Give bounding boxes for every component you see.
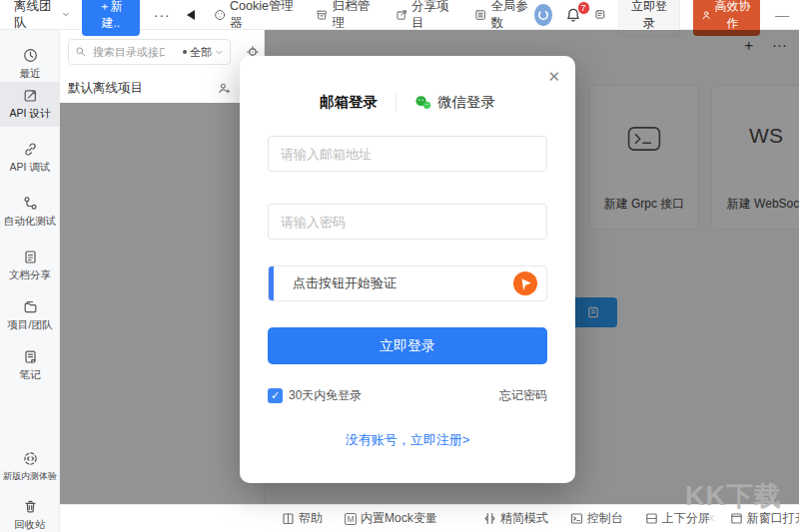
tab-email-login[interactable]: 邮箱登录 (320, 93, 378, 112)
cookie-icon (214, 8, 226, 22)
team-switcher[interactable]: 离线团队 (14, 0, 70, 32)
register-link[interactable]: 没有账号，立即注册> (240, 431, 575, 449)
sidebar-item-label: 新版内测体验 (3, 470, 57, 483)
sidebar-item-api-design[interactable]: API 设计 (0, 82, 60, 127)
modal-backdrop[interactable] (60, 103, 265, 504)
sidebar-item-label: 回收站 (14, 518, 46, 532)
split-screen-button[interactable]: 上下分屏 (645, 510, 710, 527)
remember-checkbox[interactable]: ✓ (268, 388, 283, 403)
filter-dropdown[interactable]: 全部 (183, 45, 224, 60)
tab-divider (396, 92, 397, 112)
sync-icon (536, 8, 550, 22)
params-icon (474, 8, 486, 22)
statusbar-label: 上下分屏 (662, 510, 710, 527)
captcha-verify-icon[interactable] (512, 270, 538, 296)
minimize-icon[interactable]: — (775, 7, 789, 23)
statusbar-label: 控制台 (587, 510, 623, 527)
notifications-button[interactable]: 7 (565, 7, 581, 23)
filter-label: 全部 (190, 45, 212, 60)
statusbar-label: 帮助 (299, 510, 323, 527)
avatar[interactable] (534, 4, 551, 26)
top-toolbar: 离线团队 ＋新建.. ··· Cookie管理器 归档管理 (0, 0, 799, 30)
compact-mode-button[interactable]: 精简模式 (483, 510, 548, 527)
notification-badge: 7 (577, 1, 590, 15)
share-icon (396, 8, 407, 22)
new-window-button[interactable]: 新窗口打开 (730, 510, 799, 527)
console-button[interactable]: 控制台 (570, 510, 623, 527)
global-params-button[interactable]: 全局参数 (474, 0, 534, 32)
archive-manager-button[interactable]: 归档管理 (316, 0, 376, 32)
new-window-icon (730, 512, 743, 525)
sidebar-item-label: API 调试 (10, 161, 51, 175)
statusbar-label: 精简模式 (500, 510, 548, 527)
sidebar-item-label: API 设计 (10, 107, 51, 121)
sidebar-item-automation[interactable]: 自动化测试 (0, 190, 60, 235)
captcha-widget[interactable]: 点击按钮开始验证 (268, 266, 547, 301)
compact-icon (483, 512, 496, 525)
split-icon (645, 512, 658, 525)
sidebar-item-label: 项目/团队 (8, 318, 53, 332)
tool-label: 全局参数 (490, 0, 534, 32)
search-icon (75, 46, 87, 58)
sidebar-item-label: 文档分享 (9, 268, 51, 282)
beta-icon (23, 451, 38, 466)
console-icon (570, 512, 583, 525)
tab-wechat-label: 微信登录 (437, 93, 495, 112)
forgot-password-link[interactable]: 忘记密码 (499, 387, 547, 404)
sidebar-item-label: 自动化测试 (4, 215, 57, 229)
sidebar-item-beta[interactable]: 新版内测体验 (0, 445, 60, 489)
app-window: 离线团队 ＋新建.. ··· Cookie管理器 归档管理 (0, 0, 799, 532)
chevron-down-icon (215, 48, 224, 57)
sidebar-item-label: 最近 (20, 67, 41, 81)
sidebar-item-doc-share[interactable]: 文档分享 (0, 244, 60, 288)
close-icon[interactable]: ✕ (547, 68, 560, 86)
archive-icon (316, 8, 328, 22)
sidebar-item-recent[interactable]: 最近 (0, 42, 60, 87)
project-name: 默认离线项目 (68, 80, 143, 97)
captcha-label: 点击按钮开始验证 (293, 274, 397, 292)
tool-label: 归档管理 (333, 0, 377, 32)
login-tabs: 邮箱登录 微信登录 (240, 92, 575, 112)
mock-variables-button[interactable]: M 内置Mock变量 (345, 510, 437, 527)
project-team-icon (23, 299, 38, 314)
search-input[interactable] (91, 45, 167, 59)
new-button[interactable]: ＋新建.. (82, 0, 140, 36)
help-button[interactable]: 帮助 (282, 510, 323, 527)
cookie-manager-button[interactable]: Cookie管理器 (214, 0, 298, 32)
tool-label: 分享项目 (411, 0, 455, 32)
sidebar-item-api-debug[interactable]: API 调试 (0, 136, 60, 181)
login-modal: ✕ 邮箱登录 微信登录 点击按钮开始验证 (240, 56, 575, 483)
statusbar-label: 新窗口打开 (747, 510, 799, 527)
more-icon[interactable]: ··· (154, 7, 171, 23)
back-arrow-icon[interactable] (187, 10, 195, 20)
search-box[interactable]: 全部 (68, 39, 231, 65)
statusbar-label: 内置Mock变量 (361, 510, 437, 527)
remember-row: ✓ 30天内免登录 忘记密码 (268, 387, 547, 404)
invite-member-icon[interactable] (218, 82, 232, 96)
login-submit-button[interactable]: 立即登录 (268, 327, 547, 364)
feedback-icon[interactable] (594, 7, 606, 22)
person-icon (702, 9, 710, 21)
tool-label: Cookie管理器 (230, 0, 297, 32)
team-label: 离线团队 (14, 0, 58, 32)
wechat-icon (414, 95, 431, 110)
status-bar: 帮助 M 内置Mock变量 精简模式 控制台 上下分屏 (60, 504, 799, 532)
project-row[interactable]: 默认离线项目 (68, 80, 258, 97)
collab-label: 高效协作 (714, 0, 751, 32)
sidebar-item-notes[interactable]: 笔记 (0, 343, 60, 388)
sidebar-item-trash[interactable]: 回收站 (0, 493, 60, 532)
remember-label: 30天内免登录 (289, 387, 362, 404)
api-design-icon (23, 88, 38, 103)
note-icon (23, 349, 38, 364)
chevron-down-icon (62, 10, 70, 19)
clock-icon (23, 48, 38, 63)
left-nav-rail: 最近 API 设计 API 调试 自动化测试 (0, 30, 60, 532)
mock-icon: M (345, 513, 357, 525)
tab-wechat-login[interactable]: 微信登录 (414, 93, 495, 112)
sidebar-item-project-team[interactable]: 项目/团队 (0, 293, 60, 338)
password-field[interactable] (268, 204, 547, 240)
share-project-button[interactable]: 分享项目 (396, 0, 455, 32)
filter-dot-icon (183, 50, 187, 54)
sidebar-item-label: 笔记 (20, 368, 41, 382)
email-field[interactable] (268, 136, 547, 172)
